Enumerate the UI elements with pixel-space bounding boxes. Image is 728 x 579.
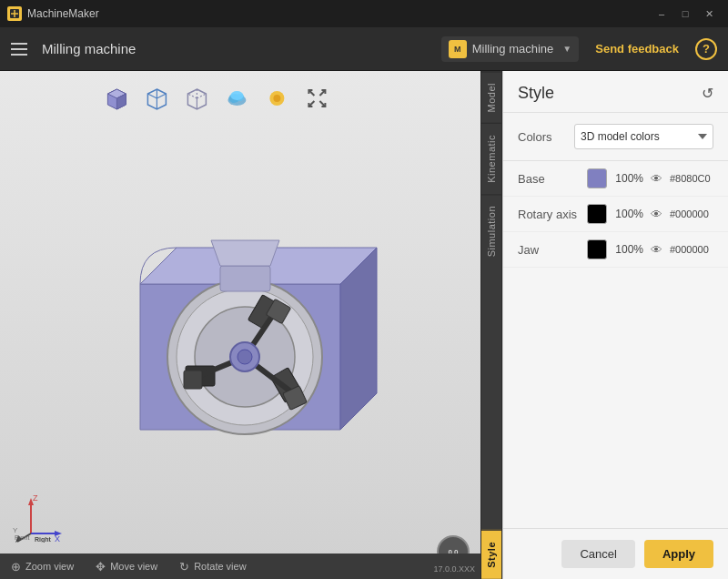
machine-badge[interactable]: M Milling machine ▼ [441,36,580,62]
titlebar: MachineMaker – □ ✕ [0,0,728,27]
svg-rect-41 [220,266,270,291]
rotate-view-item: ↻ Rotate view [179,560,246,574]
app-title: MachineMaker [27,7,99,20]
machine-3d-view [27,126,471,533]
zoom-label: Zoom view [25,561,74,572]
viewport[interactable]: Z X Y Front Right 0.0 ⊕ Zoom view [0,71,480,579]
close-button[interactable]: ✕ [697,5,721,23]
version-label: 17.0.0.XXX [433,564,475,574]
tab-model[interactable]: Model [481,71,501,123]
rotary-axis-visibility-icon[interactable]: 👁 [651,208,662,221]
view-hidden-button[interactable] [180,82,213,115]
svg-point-19 [273,95,280,102]
svg-marker-42 [211,240,279,266]
base-visibility-icon[interactable]: 👁 [651,172,662,186]
svg-line-7 [147,94,157,98]
tab-style[interactable]: Style [481,530,501,579]
rotate-label: Rotate view [194,561,246,572]
app-header: Milling machine M Milling machine ▼ Send… [0,27,728,71]
svg-rect-40 [184,371,202,389]
rotary-axis-property-row: Rotary axis 100% 👁 #000000 ✎ [503,197,728,232]
axis-indicator: Z X Y Front Right [13,493,67,547]
jaw-property-row: Jaw 100% 👁 #000000 ✎ [503,232,728,268]
view-solid-button[interactable] [100,82,133,115]
main-area: Z X Y Front Right 0.0 ⊕ Zoom view [0,71,728,579]
style-panel: Style ↺ Colors 3D model colors Custom co… [502,71,728,579]
svg-line-6 [157,94,166,98]
jaw-label: Jaw [518,243,580,257]
minimize-button[interactable]: – [650,5,673,23]
hamburger-menu[interactable] [7,39,31,59]
hamburger-line [11,43,27,45]
maximize-button[interactable]: □ [673,5,697,23]
panel-footer: Cancel Apply [503,528,728,579]
view-point-button[interactable] [260,82,293,115]
badge-icon: M [449,40,467,58]
base-color-swatch[interactable] [587,168,607,188]
zoom-view-item: ⊕ Zoom view [11,560,74,574]
header-left: Milling machine [7,39,136,59]
base-opacity: 100% [614,172,643,185]
view-mesh-button[interactable] [220,82,253,115]
move-icon: ✥ [96,560,106,574]
tab-simulation[interactable]: Simulation [481,194,501,268]
move-label: Move view [110,561,157,572]
rotary-axis-opacity: 100% [614,208,643,220]
colors-select[interactable]: 3D model colors Custom colors [574,124,713,149]
side-tabs: Model Kinematic Simulation Style [480,71,502,579]
cancel-button[interactable]: Cancel [561,540,634,568]
badge-label-text: Milling machine [472,42,554,56]
machine-name-label: Milling machine [42,41,136,56]
rotate-icon: ↻ [179,560,189,574]
colors-row: Colors 3D model colors Custom colors [503,113,728,161]
svg-text:Y: Y [13,526,18,534]
viewport-toolbar [100,82,333,115]
svg-point-37 [238,350,252,364]
help-button[interactable]: ? [695,38,717,60]
send-feedback-button[interactable]: Send feedback [588,38,686,59]
base-label: Base [518,172,580,186]
titlebar-controls[interactable]: – □ ✕ [650,5,721,23]
colors-label: Colors [518,130,563,144]
tab-kinematic[interactable]: Kinematic [481,123,501,194]
move-view-item: ✥ Move view [96,560,157,574]
statusbar: ⊕ Zoom view ✥ Move view ↻ Rotate view [0,554,480,579]
panel-header: Style ↺ [503,71,728,113]
svg-text:Right: Right [35,536,52,543]
titlebar-left: MachineMaker [7,6,99,21]
svg-text:Front: Front [15,534,29,541]
view-fit-button[interactable] [300,82,333,115]
badge-dropdown-icon: ▼ [562,44,571,54]
jaw-visibility-icon[interactable]: 👁 [651,243,662,257]
panel-spacer [503,268,728,528]
hamburger-line [11,48,27,50]
svg-point-17 [230,91,243,100]
base-property-row: Base 100% 👁 #8080C0 ✎ [503,161,728,197]
base-hex-value: #8080C0 [670,173,723,184]
hamburger-line [11,54,27,56]
svg-text:X: X [55,534,60,543]
zoom-icon: ⊕ [11,560,21,574]
view-wireframe-button[interactable] [140,82,173,115]
svg-text:Z: Z [33,493,38,503]
apply-button[interactable]: Apply [644,540,713,568]
panel-title: Style [518,84,554,103]
rotary-axis-label: Rotary axis [518,208,580,221]
side-tabs-spacer [481,269,501,531]
svg-line-12 [187,94,197,98]
jaw-opacity: 100% [614,243,643,256]
rotary-axis-hex-value: #000000 [670,208,723,219]
header-right: M Milling machine ▼ Send feedback ? [441,36,717,62]
jaw-hex-value: #000000 [670,244,723,255]
svg-line-11 [197,94,206,98]
app-icon [7,6,22,21]
jaw-color-swatch[interactable] [587,239,607,259]
rotary-axis-color-swatch[interactable] [587,204,607,224]
panel-reset-button[interactable]: ↺ [702,85,713,102]
